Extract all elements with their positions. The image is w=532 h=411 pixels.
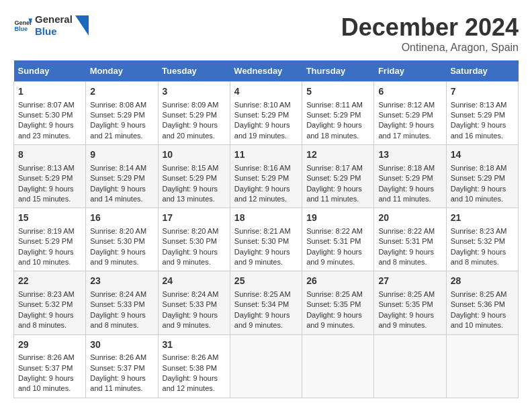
title-block: December 2024 Ontinena, Aragon, Spain <box>341 13 519 54</box>
sunset-label: Sunset: 5:29 PM <box>306 111 361 119</box>
day-number: 12 <box>306 148 369 162</box>
sunrise-label: Sunrise: 8:18 AM <box>378 164 435 172</box>
calendar-cell: 21Sunrise: 8:23 AMSunset: 5:32 PMDayligh… <box>446 208 518 271</box>
day-number: 17 <box>163 212 226 225</box>
logo-arrow-icon <box>75 15 89 36</box>
sunrise-label: Sunrise: 8:26 AM <box>163 353 219 361</box>
sunset-label: Sunset: 5:29 PM <box>378 174 433 182</box>
sunrise-label: Sunrise: 8:14 AM <box>90 164 146 172</box>
daylight-label: Daylight: 9 hours and 9 minutes. <box>90 248 146 266</box>
sunrise-label: Sunrise: 8:23 AM <box>451 227 507 235</box>
calendar-cell: 10Sunrise: 8:15 AMSunset: 5:29 PMDayligh… <box>158 145 230 208</box>
sunrise-label: Sunrise: 8:26 AM <box>90 353 146 361</box>
logo-general: General <box>35 13 73 26</box>
logo-icon: General Blue <box>13 16 32 35</box>
daylight-label: Daylight: 9 hours and 16 minutes. <box>451 121 506 139</box>
days-header-row: Sunday Monday Tuesday Wednesday Thursday… <box>14 60 519 82</box>
sunrise-label: Sunrise: 8:07 AM <box>18 101 75 109</box>
calendar-cell: 7Sunrise: 8:13 AMSunset: 5:29 PMDaylight… <box>446 82 518 145</box>
header-saturday: Saturday <box>446 60 518 82</box>
day-number: 22 <box>18 275 81 288</box>
day-number: 18 <box>234 212 298 225</box>
day-number: 30 <box>90 338 153 352</box>
calendar-cell: 25Sunrise: 8:25 AMSunset: 5:34 PMDayligh… <box>230 271 302 334</box>
day-number: 20 <box>378 212 441 225</box>
calendar-cell: 29Sunrise: 8:26 AMSunset: 5:37 PMDayligh… <box>14 334 86 398</box>
logo-blue: Blue <box>35 26 73 38</box>
calendar-cell: 3Sunrise: 8:09 AMSunset: 5:29 PMDaylight… <box>158 82 230 145</box>
calendar-cell: 16Sunrise: 8:20 AMSunset: 5:30 PMDayligh… <box>86 208 158 271</box>
day-number: 23 <box>90 275 153 288</box>
calendar-cell: 30Sunrise: 8:26 AMSunset: 5:37 PMDayligh… <box>86 334 158 398</box>
header-sunday: Sunday <box>14 60 86 82</box>
day-number: 4 <box>234 85 298 99</box>
day-number: 9 <box>90 148 153 162</box>
day-number: 31 <box>163 338 226 352</box>
calendar-cell: 18Sunrise: 8:21 AMSunset: 5:30 PMDayligh… <box>230 208 302 271</box>
daylight-label: Daylight: 9 hours and 13 minutes. <box>163 185 218 203</box>
calendar-cell <box>374 334 446 398</box>
calendar-cell: 17Sunrise: 8:20 AMSunset: 5:30 PMDayligh… <box>158 208 230 271</box>
sunrise-label: Sunrise: 8:24 AM <box>163 290 219 298</box>
daylight-label: Daylight: 9 hours and 20 minutes. <box>163 121 218 139</box>
daylight-label: Daylight: 9 hours and 23 minutes. <box>18 121 74 139</box>
sunrise-label: Sunrise: 8:18 AM <box>451 164 507 172</box>
sunset-label: Sunset: 5:29 PM <box>90 174 144 182</box>
calendar-table: Sunday Monday Tuesday Wednesday Thursday… <box>13 60 519 398</box>
day-number: 10 <box>163 148 226 162</box>
calendar-cell: 6Sunrise: 8:12 AMSunset: 5:29 PMDaylight… <box>374 82 446 145</box>
sunset-label: Sunset: 5:38 PM <box>163 364 217 372</box>
day-number: 26 <box>306 275 369 288</box>
daylight-label: Daylight: 9 hours and 9 minutes. <box>163 311 218 329</box>
day-number: 28 <box>451 275 514 288</box>
day-number: 13 <box>378 148 441 162</box>
sunset-label: Sunset: 5:37 PM <box>18 364 73 372</box>
calendar-cell <box>230 334 302 398</box>
daylight-label: Daylight: 9 hours and 9 minutes. <box>306 248 362 266</box>
svg-text:Blue: Blue <box>14 26 28 32</box>
day-number: 29 <box>18 338 81 352</box>
sunrise-label: Sunrise: 8:16 AM <box>234 164 291 172</box>
calendar-week-row: 29Sunrise: 8:26 AMSunset: 5:37 PMDayligh… <box>14 334 519 398</box>
daylight-label: Daylight: 9 hours and 9 minutes. <box>234 311 290 329</box>
sunrise-label: Sunrise: 8:21 AM <box>234 227 291 235</box>
calendar-week-row: 22Sunrise: 8:23 AMSunset: 5:32 PMDayligh… <box>14 271 519 334</box>
sunrise-label: Sunrise: 8:11 AM <box>306 101 363 109</box>
sunrise-label: Sunrise: 8:22 AM <box>306 227 363 235</box>
sunrise-label: Sunrise: 8:10 AM <box>234 101 291 109</box>
daylight-label: Daylight: 9 hours and 18 minutes. <box>306 121 362 139</box>
calendar-cell: 23Sunrise: 8:24 AMSunset: 5:33 PMDayligh… <box>86 271 158 334</box>
daylight-label: Daylight: 9 hours and 9 minutes. <box>378 311 434 329</box>
day-number: 16 <box>90 212 153 225</box>
sunset-label: Sunset: 5:29 PM <box>378 111 433 119</box>
sunrise-label: Sunrise: 8:23 AM <box>18 290 75 298</box>
sunrise-label: Sunrise: 8:25 AM <box>306 290 363 298</box>
sunrise-label: Sunrise: 8:15 AM <box>163 164 219 172</box>
calendar-cell: 12Sunrise: 8:17 AMSunset: 5:29 PMDayligh… <box>302 145 374 208</box>
day-number: 27 <box>378 275 441 288</box>
calendar-cell: 4Sunrise: 8:10 AMSunset: 5:29 PMDaylight… <box>230 82 302 145</box>
daylight-label: Daylight: 9 hours and 15 minutes. <box>18 185 74 203</box>
calendar-week-row: 1Sunrise: 8:07 AMSunset: 5:30 PMDaylight… <box>14 82 519 145</box>
day-number: 11 <box>234 148 298 162</box>
day-number: 7 <box>451 85 514 99</box>
daylight-label: Daylight: 9 hours and 19 minutes. <box>234 121 290 139</box>
calendar-cell: 14Sunrise: 8:18 AMSunset: 5:29 PMDayligh… <box>446 145 518 208</box>
sunset-label: Sunset: 5:30 PM <box>18 111 73 119</box>
calendar-cell <box>302 334 374 398</box>
location-subtitle: Ontinena, Aragon, Spain <box>341 42 519 54</box>
day-number: 25 <box>234 275 298 288</box>
sunset-label: Sunset: 5:29 PM <box>234 111 289 119</box>
daylight-label: Daylight: 9 hours and 21 minutes. <box>90 121 146 139</box>
calendar-cell: 5Sunrise: 8:11 AMSunset: 5:29 PMDaylight… <box>302 82 374 145</box>
daylight-label: Daylight: 9 hours and 11 minutes. <box>90 374 146 392</box>
daylight-label: Daylight: 9 hours and 11 minutes. <box>306 185 362 203</box>
calendar-cell <box>446 334 518 398</box>
day-number: 1 <box>18 85 81 99</box>
calendar-cell: 1Sunrise: 8:07 AMSunset: 5:30 PMDaylight… <box>14 82 86 145</box>
sunset-label: Sunset: 5:29 PM <box>163 174 217 182</box>
daylight-label: Daylight: 9 hours and 10 minutes. <box>451 185 506 203</box>
sunset-label: Sunset: 5:29 PM <box>163 111 217 119</box>
daylight-label: Daylight: 9 hours and 10 minutes. <box>18 374 74 392</box>
calendar-cell: 27Sunrise: 8:25 AMSunset: 5:35 PMDayligh… <box>374 271 446 334</box>
